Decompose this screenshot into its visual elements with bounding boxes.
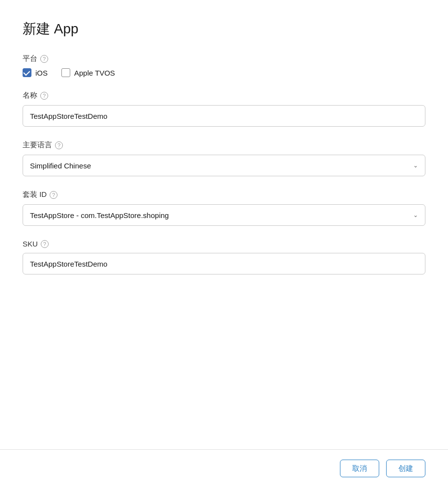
platform-help-icon[interactable]: ? [40, 55, 48, 63]
primary-language-section: 主要语言 ? Simplified Chinese ⌄ [23, 140, 425, 176]
sku-label-row: SKU ? [23, 240, 425, 248]
ios-checkbox[interactable] [23, 68, 31, 77]
primary-language-label-row: 主要语言 ? [23, 140, 425, 150]
tvos-label: Apple TVOS [74, 69, 115, 77]
bundle-id-help-icon[interactable]: ? [50, 191, 57, 199]
primary-language-select-wrapper: Simplified Chinese ⌄ [23, 155, 425, 176]
platform-section: 平台 ? iOS Apple TVOS [23, 54, 425, 77]
bundle-id-section: 套装 ID ? TestAppStore - com.TestAppStore.… [23, 190, 425, 226]
platform-label-row: 平台 ? [23, 54, 425, 63]
bundle-id-label: 套装 ID [23, 190, 47, 199]
bundle-id-select[interactable]: TestAppStore - com.TestAppStore.shoping … [23, 204, 425, 226]
footer: 取消 创建 [0, 450, 448, 492]
ios-checkbox-item[interactable]: iOS [23, 68, 48, 77]
tvos-checkbox[interactable] [61, 68, 70, 77]
sku-label: SKU [23, 240, 38, 248]
primary-language-label: 主要语言 [23, 140, 52, 150]
bundle-id-select-wrapper: TestAppStore - com.TestAppStore.shoping … [23, 204, 425, 226]
sku-input[interactable] [23, 253, 425, 274]
bundle-id-value: TestAppStore - com.TestAppStore.shoping [30, 211, 169, 219]
bundle-id-chevron-icon: ⌄ [413, 212, 418, 219]
bundle-id-label-row: 套装 ID ? [23, 190, 425, 199]
sku-help-icon[interactable]: ? [41, 240, 49, 248]
page-title: 新建 App [23, 20, 425, 38]
name-label: 名称 [23, 91, 37, 100]
name-label-row: 名称 ? [23, 91, 425, 100]
title-prefix: 新建 [23, 21, 50, 36]
name-input[interactable] [23, 105, 425, 127]
create-button[interactable]: 创建 [386, 460, 425, 477]
primary-language-chevron-icon: ⌄ [413, 162, 418, 169]
sku-section: SKU ? [23, 240, 425, 274]
cancel-button[interactable]: 取消 [340, 460, 379, 477]
platform-label: 平台 [23, 54, 37, 63]
primary-language-help-icon[interactable]: ? [55, 141, 63, 149]
title-suffix: App [54, 21, 79, 36]
name-section: 名称 ? [23, 91, 425, 127]
tvos-checkbox-item[interactable]: Apple TVOS [61, 68, 115, 77]
platform-options: iOS Apple TVOS [23, 68, 425, 77]
primary-language-value: Simplified Chinese [30, 162, 91, 170]
name-help-icon[interactable]: ? [40, 92, 48, 100]
primary-language-select[interactable]: Simplified Chinese ⌄ [23, 155, 425, 176]
ios-label: iOS [35, 69, 48, 77]
